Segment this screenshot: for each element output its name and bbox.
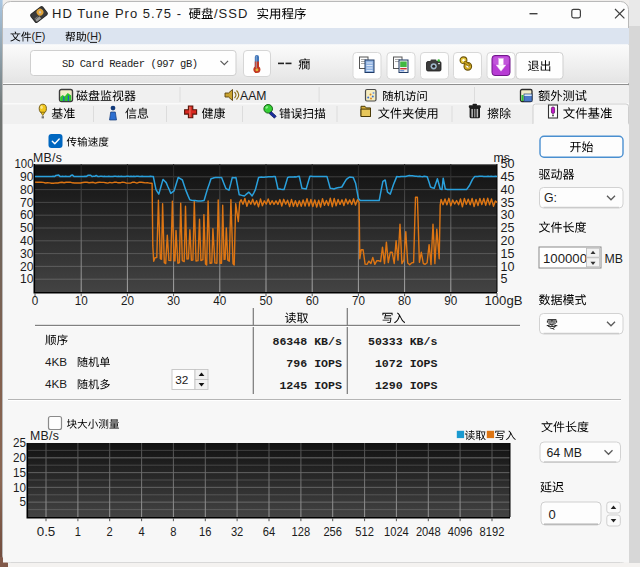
svg-text:100gB: 100gB (485, 293, 523, 308)
svg-text:64: 64 (263, 524, 275, 539)
svg-text:4KB: 4KB (45, 377, 67, 390)
svg-text:32: 32 (175, 373, 188, 387)
svg-text:80: 80 (398, 293, 411, 308)
svg-text:0.5: 0.5 (37, 524, 56, 539)
svg-text:25: 25 (13, 435, 26, 450)
svg-text:32: 32 (231, 524, 243, 539)
svg-text:30: 30 (167, 293, 180, 308)
svg-text:MB/s: MB/s (30, 429, 59, 443)
svg-text:1245 IOPS: 1245 IOPS (279, 379, 342, 392)
svg-text:5: 5 (20, 494, 27, 509)
svg-text:90: 90 (444, 293, 457, 308)
svg-text:0: 0 (32, 293, 39, 308)
svg-text:AAM: AAM (240, 89, 266, 103)
svg-text:50333 KB/s: 50333 KB/s (368, 335, 438, 348)
svg-text:MB: MB (605, 252, 623, 266)
svg-text:512: 512 (355, 524, 374, 539)
svg-text:4KB: 4KB (45, 355, 67, 368)
svg-text:MB/s: MB/s (33, 151, 62, 165)
svg-text:40: 40 (213, 293, 226, 308)
svg-text:1: 1 (75, 524, 81, 539)
svg-text:10: 10 (20, 271, 34, 286)
svg-text:1072 IOPS: 1072 IOPS (375, 357, 438, 370)
svg-text:5: 5 (501, 271, 508, 286)
svg-text:2048: 2048 (416, 524, 441, 539)
svg-text:70: 70 (352, 293, 365, 308)
svg-text:60: 60 (306, 293, 319, 308)
svg-text:10: 10 (13, 480, 26, 495)
svg-text:128: 128 (292, 524, 311, 539)
svg-text:10: 10 (75, 293, 88, 308)
svg-text:HD Tune Pro 5.75 -: HD Tune Pro 5.75 - (52, 6, 182, 21)
svg-text:4: 4 (139, 524, 145, 539)
svg-text:0: 0 (549, 507, 556, 522)
svg-text:64 MB: 64 MB (547, 446, 583, 460)
svg-text:15: 15 (13, 465, 26, 480)
svg-text:100000: 100000 (543, 251, 587, 266)
svg-text:796 IOPS: 796 IOPS (286, 357, 342, 370)
svg-text:86348 KB/s: 86348 KB/s (272, 335, 342, 348)
svg-text:1290 IOPS: 1290 IOPS (375, 379, 438, 392)
svg-text:1024: 1024 (384, 524, 409, 539)
svg-text:50: 50 (260, 293, 273, 308)
svg-text:(H): (H) (87, 30, 102, 42)
svg-text:20: 20 (121, 293, 134, 308)
svg-text:20: 20 (13, 450, 26, 465)
svg-text:/SSD: /SSD (214, 6, 248, 21)
svg-text:2: 2 (107, 524, 113, 539)
svg-text:16: 16 (199, 524, 211, 539)
svg-text:256: 256 (323, 524, 342, 539)
svg-text:G:: G: (544, 191, 557, 205)
svg-text:SD Card Reader (997 gB): SD Card Reader (997 gB) (62, 58, 198, 70)
svg-text:8: 8 (170, 524, 176, 539)
svg-text:(F): (F) (32, 30, 46, 42)
svg-text:4096: 4096 (448, 524, 473, 539)
svg-text:8192: 8192 (480, 524, 505, 539)
